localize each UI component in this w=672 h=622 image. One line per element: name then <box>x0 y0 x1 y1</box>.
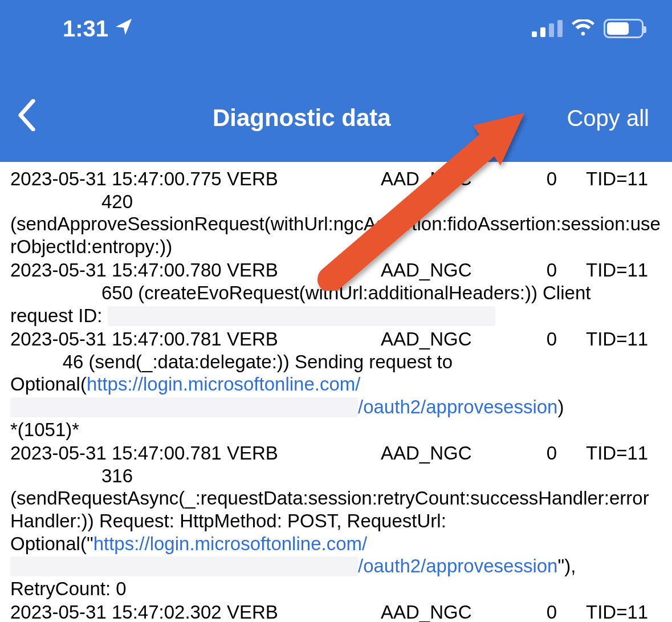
log-body: (sendApproveSessionRequest(withUrl:ngcAs… <box>10 213 661 257</box>
log-line: 316 <box>10 465 662 487</box>
log-zero: 0 <box>523 601 580 622</box>
log-entry: 2023-05-31 15:47:00.781 VERB AAD_NGC 0 T… <box>10 442 662 600</box>
log-line: 420 <box>10 190 662 213</box>
log-zero: 0 <box>523 328 580 351</box>
log-tag: AAD_NGC <box>381 259 518 282</box>
log-zero: 0 <box>523 168 580 190</box>
log-timestamp: 2023-05-31 15:47:00.775 <box>10 168 221 190</box>
cellular-signal-icon <box>532 20 563 37</box>
log-level: VERB <box>227 168 375 190</box>
back-button[interactable] <box>17 99 36 137</box>
status-bar: 1:31 <box>0 0 672 86</box>
log-tag: AAD_NGC <box>381 442 518 465</box>
log-tag: AAD_NGC <box>381 328 518 351</box>
log-body: (sendRequestAsync(_:requestData:session:… <box>10 487 649 599</box>
log-tag: AAD_NGC <box>381 168 518 190</box>
log-level: VERB <box>227 601 375 622</box>
log-url-link[interactable]: /oauth2/approvesession <box>358 555 557 576</box>
log-url-link[interactable]: /oauth2/approvesession <box>358 396 557 417</box>
log-entry: 2023-05-31 15:47:00.781 VERB AAD_NGC 0 T… <box>10 328 662 441</box>
log-line: *(1051)* <box>10 418 662 441</box>
battery-icon <box>604 19 644 38</box>
status-time: 1:31 <box>63 16 108 42</box>
location-arrow-icon <box>114 16 133 42</box>
log-level: VERB <box>227 442 375 465</box>
log-line: request ID: <box>10 305 495 326</box>
wifi-icon <box>572 16 594 42</box>
log-zero: 0 <box>523 442 580 465</box>
log-entry: 2023-05-31 15:47:00.775 VERB AAD_NGC 0 T… <box>10 168 662 258</box>
log-tid: TID=11 <box>586 328 662 351</box>
log-entry: 2023-05-31 15:47:00.780 VERB AAD_NGC 0 T… <box>10 259 662 327</box>
nav-bar: Diagnostic data Copy all <box>0 86 672 162</box>
page-title: Diagnostic data <box>213 104 391 132</box>
log-timestamp: 2023-05-31 15:47:00.780 <box>10 259 221 282</box>
log-tid: TID=11 <box>586 259 662 282</box>
log-tid: TID=11 <box>586 168 662 190</box>
log-line: 46 (send(_:data:delegate:)) Sending requ… <box>10 351 564 417</box>
log-tid: TID=11 <box>586 442 662 465</box>
copy-all-button[interactable]: Copy all <box>567 105 649 131</box>
redacted-block <box>10 397 358 417</box>
log-url-link[interactable]: https://login.microsoftonline.com/ <box>93 533 368 554</box>
log-content[interactable]: 2023-05-31 15:47:00.775 VERB AAD_NGC 0 T… <box>0 162 672 622</box>
status-right <box>532 16 644 42</box>
status-left: 1:31 <box>63 16 133 42</box>
log-level: VERB <box>227 259 375 282</box>
log-url-link[interactable]: https://login.microsoftonline.com/ <box>87 373 361 395</box>
log-timestamp: 2023-05-31 15:47:02.302 <box>10 601 221 622</box>
redacted-block <box>10 556 358 576</box>
log-timestamp: 2023-05-31 15:47:00.781 <box>10 442 221 465</box>
redacted-block <box>108 306 495 326</box>
log-entry: 2023-05-31 15:47:02.302 VERB AAD_NGC 0 T… <box>10 601 662 622</box>
log-tag: AAD_NGC <box>381 601 518 622</box>
log-tid: TID=11 <box>586 601 662 622</box>
log-timestamp: 2023-05-31 15:47:00.781 <box>10 328 221 351</box>
log-level: VERB <box>227 328 375 351</box>
log-zero: 0 <box>523 259 580 282</box>
log-line: 650 (createEvoRequest(withUrl:additional… <box>10 282 662 304</box>
